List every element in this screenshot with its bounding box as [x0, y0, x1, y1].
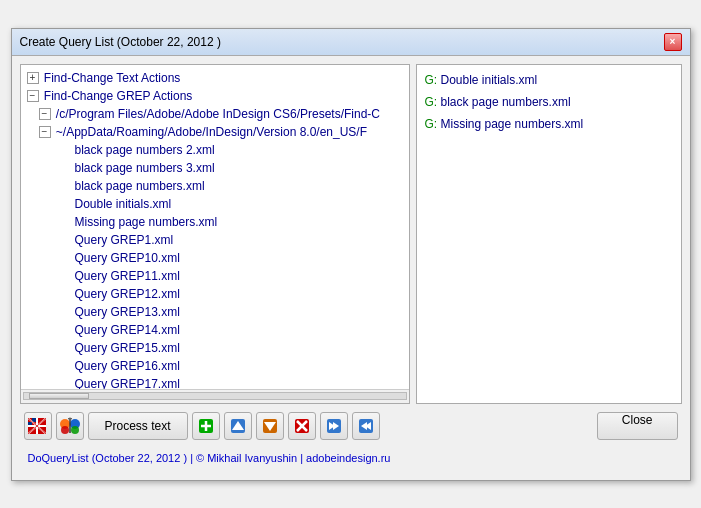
left-tree-panel: + Find-Change Text Actions − Find-Change… — [20, 64, 410, 404]
arrow-right-button[interactable] — [320, 412, 348, 440]
content-area: + Find-Change Text Actions − Find-Change… — [12, 56, 690, 480]
toolbar: Process text — [20, 404, 682, 448]
list-item[interactable]: Query GREP10.xml — [23, 249, 407, 267]
title-bar: Create Query List (October 22, 2012 ) × — [12, 29, 690, 56]
right-list-panel: G: Double initials.xml G: black page num… — [416, 64, 682, 404]
expand-icon-grep: − — [27, 90, 39, 102]
close-dialog-button[interactable]: Close — [597, 412, 678, 440]
list-item[interactable]: Query GREP15.xml — [23, 339, 407, 357]
up-arrow-icon — [230, 418, 246, 434]
list-item[interactable]: black page numbers 3.xml — [23, 159, 407, 177]
window-title: Create Query List (October 22, 2012 ) — [20, 35, 221, 49]
list-item[interactable]: G: Missing page numbers.xml — [421, 113, 677, 135]
add-button[interactable] — [192, 412, 220, 440]
delete-button[interactable] — [288, 412, 316, 440]
expand-icon: + — [27, 72, 39, 84]
butterfly-button[interactable] — [56, 412, 84, 440]
list-item[interactable]: G: black page numbers.xml — [421, 91, 677, 113]
footer-text: DoQueryList (October 22, 2012 ) | © Mikh… — [28, 452, 391, 464]
list-item[interactable]: Query GREP17.xml — [23, 375, 407, 389]
move-down-button[interactable] — [256, 412, 284, 440]
svg-point-13 — [61, 426, 69, 434]
tree-item-grep-actions[interactable]: − Find-Change GREP Actions — [23, 87, 407, 105]
list-item[interactable]: G: Double initials.xml — [421, 69, 677, 91]
tree-item-program-files[interactable]: − /c/Program Files/Adobe/Adobe InDesign … — [23, 105, 407, 123]
window-close-button[interactable]: × — [664, 33, 682, 51]
tree-scroll-area[interactable]: + Find-Change Text Actions − Find-Change… — [21, 65, 409, 389]
tree-item-appdata[interactable]: − ~/AppData/Roaming/Adobe/InDesign/Versi… — [23, 123, 407, 141]
footer: DoQueryList (October 22, 2012 ) | © Mikh… — [20, 448, 682, 472]
delete-icon — [294, 418, 310, 434]
flag-button[interactable] — [24, 412, 52, 440]
list-item[interactable]: Query GREP11.xml — [23, 267, 407, 285]
list-item[interactable]: Query GREP16.xml — [23, 357, 407, 375]
arrow-right-icon — [326, 418, 342, 434]
expand-icon-pf: − — [39, 108, 51, 120]
panels-container: + Find-Change Text Actions − Find-Change… — [20, 64, 682, 404]
flag-icon — [28, 418, 48, 434]
move-up-button[interactable] — [224, 412, 252, 440]
list-item[interactable]: black page numbers 2.xml — [23, 141, 407, 159]
horizontal-scrollbar[interactable] — [21, 389, 409, 403]
list-item[interactable]: Query GREP1.xml — [23, 231, 407, 249]
svg-point-14 — [71, 426, 79, 434]
list-item[interactable]: Double initials.xml — [23, 195, 407, 213]
down-arrow-icon — [262, 418, 278, 434]
list-item[interactable]: Query GREP14.xml — [23, 321, 407, 339]
list-item[interactable]: black page numbers.xml — [23, 177, 407, 195]
list-item[interactable]: Missing page numbers.xml — [23, 213, 407, 231]
expand-icon-ad: − — [39, 126, 51, 138]
main-window: Create Query List (October 22, 2012 ) × … — [11, 28, 691, 481]
hscroll-thumb[interactable] — [29, 393, 89, 399]
list-item[interactable]: Query GREP13.xml — [23, 303, 407, 321]
arrow-left-icon — [358, 418, 374, 434]
hscroll-track — [23, 392, 407, 400]
butterfly-icon — [60, 417, 80, 435]
arrow-left-button[interactable] — [352, 412, 380, 440]
process-text-button[interactable]: Process text — [88, 412, 188, 440]
add-icon — [198, 418, 214, 434]
tree-item-text-actions[interactable]: + Find-Change Text Actions — [23, 69, 407, 87]
list-item[interactable]: Query GREP12.xml — [23, 285, 407, 303]
